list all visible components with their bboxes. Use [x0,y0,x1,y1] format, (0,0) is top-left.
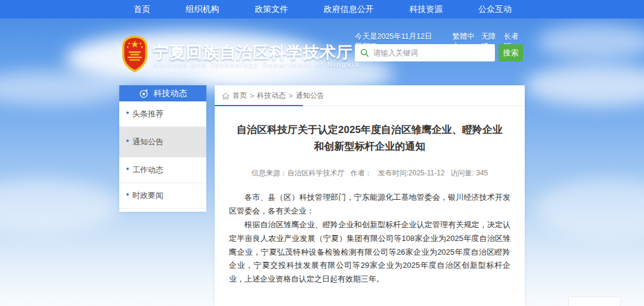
national-emblem-logo[interactable] [121,35,148,75]
site-title: 宁夏回族自治区科学技术厅 [153,42,353,63]
breadcrumb-separator: > [289,92,293,100]
sidebar-item-notices[interactable]: 通知公告 [119,127,206,157]
main-content-panel: 首页 > 科技动态 > 通知公告 自治区科技厅关于认定2025年度自治区雏鹰企业… [215,85,525,306]
breadcrumb: 首页 > 科技动态 > 通知公告 [215,85,525,106]
cloud-decoration [525,64,644,106]
nav-item-public[interactable]: 公众互动 [478,4,512,15]
cloud-decoration [537,24,644,60]
nav-item-resources[interactable]: 科技资源 [409,4,442,15]
article-title-line2: 和创新型标杆企业的通知 [230,138,509,155]
article-title: 自治区科技厅关于认定2025年度自治区雏鹰企业、瞪羚企业 和创新型标杆企业的通知 [230,122,509,154]
breadcrumb-current[interactable]: 通知公告 [296,91,324,101]
search-bar: 搜索 [355,44,523,61]
nav-item-organization[interactable]: 组织机构 [186,4,219,15]
meta-source: 信息来源：自治区科学技术厅 [252,168,345,178]
article-meta: 信息来源：自治区科学技术厅 作者： 发布时间:2025-11-12 访问量: 3… [215,168,525,178]
breadcrumb-home[interactable]: 首页 [233,91,247,101]
article-paragraph: 各市、县（区）科技管理部门，宁东能源化工基地管委会，银川经济技术开发区管委会，各… [229,191,510,218]
top-navigation: 首页 组织机构 政策文件 政府信息公开 科技资源 公众互动 [0,0,644,18]
nav-item-gov-info[interactable]: 政府信息公开 [324,4,374,15]
cloud-decoration [0,179,119,233]
floating-widget[interactable] [568,296,621,306]
sidebar-item-politics-news[interactable]: 时政要闻 [119,183,206,209]
sidebar-item-work-news[interactable]: 工作动态 [119,157,206,183]
sidebar-header: 科技动态 [119,85,206,101]
search-input[interactable] [373,49,495,57]
breadcrumb-section[interactable]: 科技动态 [257,91,286,101]
cloud-decoration [537,179,644,239]
article-body: 各市、县（区）科技管理部门，宁东能源化工基地管委会，银川经济技术开发区管委会，各… [229,191,510,286]
sidebar: 科技动态 头条推荐 通知公告 工作动态 时政要闻 [119,85,206,212]
star-circle-icon [139,89,148,98]
nav-item-policy[interactable]: 政策文件 [255,4,288,15]
article-title-line1: 自治区科技厅关于认定2025年度自治区雏鹰企业、瞪羚企业 [230,122,509,138]
meta-publish-time: 发布时间:2025-11-12 [378,168,445,178]
article-paragraph: 根据自治区雏鹰企业、瞪羚企业和创新型标杆企业认定管理有关规定，决定认定半亩良人农… [229,218,510,286]
meta-author: 作者： [351,168,372,178]
search-box [355,44,495,61]
sidebar-item-headlines[interactable]: 头条推荐 [119,101,206,127]
home-icon [222,92,230,100]
nav-item-home[interactable]: 首页 [134,4,150,15]
search-icon [360,48,369,57]
site-subtitle-english: Science and Technology Department of Nin… [154,61,360,68]
breadcrumb-separator: > [250,92,254,100]
search-button[interactable]: 搜索 [499,44,523,61]
sidebar-title: 科技动态 [154,88,187,99]
meta-visits: 访问量: 345 [451,168,488,178]
